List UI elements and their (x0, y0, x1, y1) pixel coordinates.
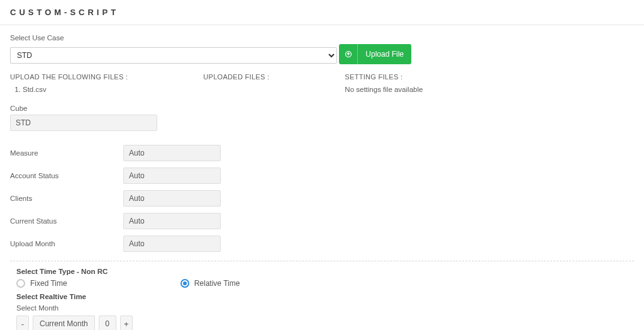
usecase-select[interactable]: STD (10, 47, 337, 64)
dim-field-clients: Auto (123, 190, 221, 207)
relative-time-header: Select Realtive Time (16, 293, 628, 300)
settings-files-column: SETTING FILES : No settings file availab… (345, 73, 423, 93)
dim-field-account-status: Auto (123, 168, 221, 184)
required-files-list: Std.csv (10, 86, 128, 93)
time-type-header: Select Time Type - Non RC (16, 268, 628, 275)
radio-fixed-time[interactable]: Fixed Time (16, 279, 67, 288)
uploaded-files-column: UPLOADED FILES : (203, 73, 269, 93)
stepper-display: Current Month (33, 316, 95, 330)
dim-field-measure: Auto (123, 145, 221, 161)
select-month-label: Select Month (16, 304, 628, 312)
usecase-label: Select Use Case (10, 34, 634, 42)
settings-files-message: No settings file available (345, 86, 423, 93)
required-file-item: Std.csv (23, 86, 128, 93)
dimensions-grid: Measure Auto Account Status Auto Clients… (10, 145, 634, 252)
dim-label-measure: Measure (10, 149, 117, 157)
section-divider (10, 261, 634, 261)
time-type-radio-group: Fixed Time Relative Time (16, 279, 628, 288)
upload-file-button[interactable]: Upload File (339, 44, 411, 64)
radio-circle-icon (16, 279, 25, 288)
dim-label-upload-month: Upload Month (10, 240, 117, 248)
month-stepper: - Current Month 0 + (16, 316, 628, 330)
radio-fixed-label: Fixed Time (30, 279, 67, 288)
radio-relative-time[interactable]: Relative Time (180, 279, 240, 288)
uploaded-files-header: UPLOADED FILES : (203, 73, 269, 81)
cube-label: Cube (10, 105, 634, 112)
upload-file-label: Upload File (358, 50, 411, 59)
dim-label-current-status: Current Status (10, 217, 117, 225)
cube-field: STD (10, 115, 157, 131)
stepper-offset: 0 (99, 316, 116, 330)
page-title: CUSTOM-SCRIPT (0, 0, 644, 25)
dim-label-clients: Clients (10, 195, 117, 202)
radio-circle-selected-icon (180, 279, 189, 288)
required-files-column: UPLOAD THE FOLLOWING FILES : Std.csv (10, 73, 128, 93)
radio-relative-label: Relative Time (194, 279, 240, 288)
dim-field-upload-month: Auto (123, 236, 221, 252)
stepper-minus-button[interactable]: - (16, 316, 29, 330)
main-content: Select Use Case STD Upload File UPLOAD T… (0, 25, 644, 330)
upload-icon (339, 44, 358, 64)
stepper-plus-button[interactable]: + (120, 316, 133, 330)
settings-files-header: SETTING FILES : (345, 73, 423, 81)
required-files-header: UPLOAD THE FOLLOWING FILES : (10, 73, 128, 81)
files-columns: UPLOAD THE FOLLOWING FILES : Std.csv UPL… (10, 73, 634, 93)
dim-label-account-status: Account Status (10, 172, 117, 179)
dim-field-current-status: Auto (123, 213, 221, 229)
cube-block: Cube STD (10, 105, 634, 131)
time-section: Select Time Type - Non RC Fixed Time Rel… (10, 268, 634, 330)
